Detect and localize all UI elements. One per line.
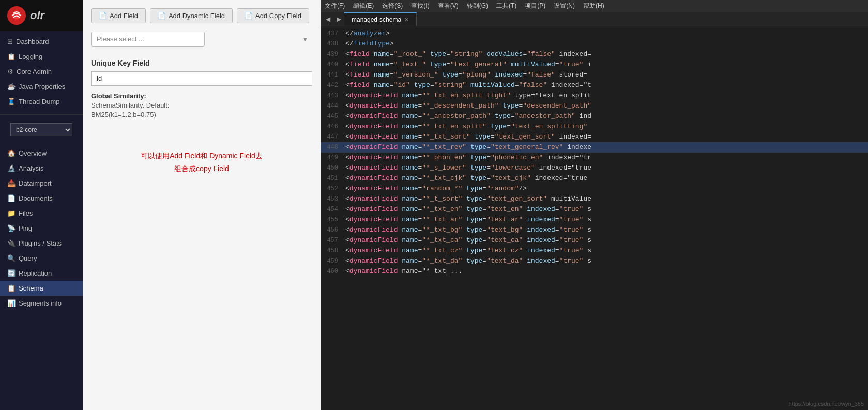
field-selector[interactable]: Please select ... <box>91 32 205 47</box>
add-copy-field-button[interactable]: 📄 Add Copy Field <box>237 8 309 23</box>
code-line[interactable]: 459 <dynamicField name="*_txt_da" type="… <box>321 256 868 266</box>
menu-select[interactable]: 选择(S) <box>382 2 403 10</box>
sidebar-item-query[interactable]: 🔍 Query <box>0 251 83 266</box>
code-tabs-bar: ◀ ▶ managed-schema ✕ <box>321 12 868 26</box>
tab-arrow-right[interactable]: ▶ <box>333 13 344 25</box>
sidebar-item-files[interactable]: 📁 Files <box>0 206 83 221</box>
line-content: <field name="id" type="string" multiValu… <box>345 80 591 90</box>
line-number: 448 <box>321 142 345 153</box>
code-panel: 文件(F) 编辑(E) 选择(S) 查找(I) 查看(V) 转到(G) 工具(T… <box>321 0 868 410</box>
line-content: <dynamicField name="random_*" type="rand… <box>345 184 527 194</box>
code-line[interactable]: 443 <dynamicField name="*_txt_en_split_t… <box>321 90 868 101</box>
add-dynamic-icon: 📄 <box>158 12 166 20</box>
code-line[interactable]: 453 <dynamicField name="*_t_sort" type="… <box>321 194 868 204</box>
code-line[interactable]: 444 <dynamicField name="*_descendent_pat… <box>321 101 868 111</box>
menu-project[interactable]: 项目(P) <box>525 2 545 10</box>
sidebar-item-dataimport[interactable]: 📥 Dataimport <box>0 176 83 191</box>
core-selector-wrapper: b2-core <box>5 120 78 140</box>
sidebar-item-label: Ping <box>19 224 32 232</box>
solr-logo-icon <box>6 5 27 26</box>
tab-label: managed-schema <box>352 16 401 23</box>
menu-goto[interactable]: 转到(G) <box>467 2 488 10</box>
line-content: <dynamicField name="*_txt_en" type="text… <box>345 204 591 215</box>
sidebar-item-documents[interactable]: 📄 Documents <box>0 191 83 206</box>
sidebar-item-ping[interactable]: 📡 Ping <box>0 221 83 236</box>
sidebar-item-segments[interactable]: 📊 Segments info <box>0 296 83 311</box>
add-dynamic-field-button[interactable]: 📄 Add Dynamic Field <box>150 8 233 23</box>
code-line[interactable]: 438 </fieldType> <box>321 39 868 49</box>
sidebar-logo: olr <box>0 0 83 31</box>
sidebar-item-label: Analysis <box>19 164 43 172</box>
menu-find[interactable]: 查找(I) <box>411 2 429 10</box>
logging-icon: 📋 <box>7 53 16 60</box>
code-line[interactable]: 446 <dynamicField name="*_txt_en_split" … <box>321 122 868 132</box>
code-line[interactable]: 454 <dynamicField name="*_txt_en" type="… <box>321 204 868 215</box>
line-number: 446 <box>321 122 345 132</box>
bm25-value: BM25(k1=1.2,b=0.75) <box>91 111 312 118</box>
line-content: <dynamicField name="*_txt_da" type="text… <box>345 256 591 266</box>
sidebar-item-overview[interactable]: 🏠 Overview <box>0 146 83 161</box>
sidebar-item-java-properties[interactable]: ☕ Java Properties <box>0 79 83 94</box>
sidebar-item-replication[interactable]: 🔄 Replication <box>0 266 83 281</box>
sidebar-item-dashboard[interactable]: ⊞ Dashboard <box>0 34 83 49</box>
code-line[interactable]: 451 <dynamicField name="*_txt_cjk" type=… <box>321 173 868 184</box>
code-line[interactable]: 455 <dynamicField name="*_txt_ar" type="… <box>321 215 868 225</box>
add-dynamic-label: Add Dynamic Field <box>169 12 225 20</box>
field-selector-wrapper: Please select ... ▼ <box>91 32 312 47</box>
add-field-button[interactable]: 📄 Add Field <box>91 8 146 23</box>
sidebar-item-label: Overview <box>19 149 47 157</box>
sidebar-item-logging[interactable]: 📋 Logging <box>0 49 83 64</box>
ping-icon: 📡 <box>7 224 16 232</box>
sidebar-item-thread-dump[interactable]: 🧵 Thread Dump <box>0 94 83 109</box>
close-tab-icon[interactable]: ✕ <box>404 17 409 23</box>
main-panel: 📄 Add Field 📄 Add Dynamic Field 📄 Add Co… <box>83 0 321 410</box>
menu-file[interactable]: 文件(F) <box>325 2 345 10</box>
code-line[interactable]: 449 <dynamicField name="*_phon_en" type=… <box>321 153 868 163</box>
line-number: 439 <box>321 49 345 59</box>
select-arrow-icon: ▼ <box>302 36 308 42</box>
code-line[interactable]: 458 <dynamicField name="*_txt_cz" type="… <box>321 246 868 256</box>
core-selector[interactable]: b2-core <box>10 123 72 136</box>
line-content: <dynamicField name="*_ancestor_path" typ… <box>345 111 591 122</box>
code-body[interactable]: 437 </analyzer>438 </fieldType>439 <fiel… <box>321 26 868 410</box>
code-line[interactable]: 437 </analyzer> <box>321 28 868 39</box>
line-content: <dynamicField name="*_txt_... <box>345 266 462 277</box>
sidebar-item-schema[interactable]: 📋 Schema <box>0 281 83 296</box>
sidebar: olr ⊞ Dashboard 📋 Logging ⚙ Core Admin ☕… <box>0 0 83 410</box>
line-content: <dynamicField name="*_phon_en" type="pho… <box>345 153 591 163</box>
menu-view[interactable]: 查看(V) <box>438 2 459 10</box>
line-content: </fieldType> <box>345 39 394 49</box>
sidebar-item-label: Replication <box>19 269 52 277</box>
code-line[interactable]: 447 <dynamicField name="*_txt_sort" type… <box>321 132 868 142</box>
code-line[interactable]: 460 <dynamicField name="*_txt_... <box>321 266 868 277</box>
code-tab-managed-schema[interactable]: managed-schema ✕ <box>344 12 417 26</box>
code-line[interactable]: 445 <dynamicField name="*_ancestor_path"… <box>321 111 868 122</box>
sidebar-item-core-admin[interactable]: ⚙ Core Admin <box>0 64 83 79</box>
line-content: <dynamicField name="*_txt_rev" type="tex… <box>345 142 591 153</box>
code-line[interactable]: 442 <field name="id" type="string" multi… <box>321 80 868 90</box>
sidebar-item-label: Segments info <box>19 299 62 307</box>
code-line[interactable]: 452 <dynamicField name="random_*" type="… <box>321 184 868 194</box>
code-line[interactable]: 456 <dynamicField name="*_txt_bg" type="… <box>321 225 868 235</box>
line-number: 453 <box>321 194 345 204</box>
code-line[interactable]: 439 <field name="_root_" type="string" d… <box>321 49 868 59</box>
sidebar-item-plugins[interactable]: 🔌 Plugins / Stats <box>0 236 83 251</box>
code-line[interactable]: 440 <field name="_text_" type="text_gene… <box>321 59 868 70</box>
documents-icon: 📄 <box>7 194 16 202</box>
line-number: 438 <box>321 39 345 49</box>
menu-help[interactable]: 帮助(H) <box>583 2 604 10</box>
tab-arrow-left[interactable]: ◀ <box>323 13 333 25</box>
line-number: 459 <box>321 256 345 266</box>
menu-tools[interactable]: 工具(T) <box>496 2 516 10</box>
menu-settings[interactable]: 设置(N) <box>554 2 575 10</box>
code-line[interactable]: 457 <dynamicField name="*_txt_ca" type="… <box>321 235 868 246</box>
code-line[interactable]: 441 <field name="_version_" type="plong"… <box>321 70 868 80</box>
action-buttons: 📄 Add Field 📄 Add Dynamic Field 📄 Add Co… <box>91 8 312 23</box>
code-line[interactable]: 450 <dynamicField name="*_s_lower" type=… <box>321 163 868 173</box>
line-content: <field name="_version_" type="plong" ind… <box>345 70 587 80</box>
code-line[interactable]: 448 <dynamicField name="*_txt_rev" type=… <box>321 142 868 153</box>
sidebar-item-analysis[interactable]: 🔬 Analysis <box>0 161 83 176</box>
line-number: 445 <box>321 111 345 122</box>
menu-edit[interactable]: 编辑(E) <box>353 2 374 10</box>
line-content: <dynamicField name="*_txt_bg" type="text… <box>345 225 591 235</box>
